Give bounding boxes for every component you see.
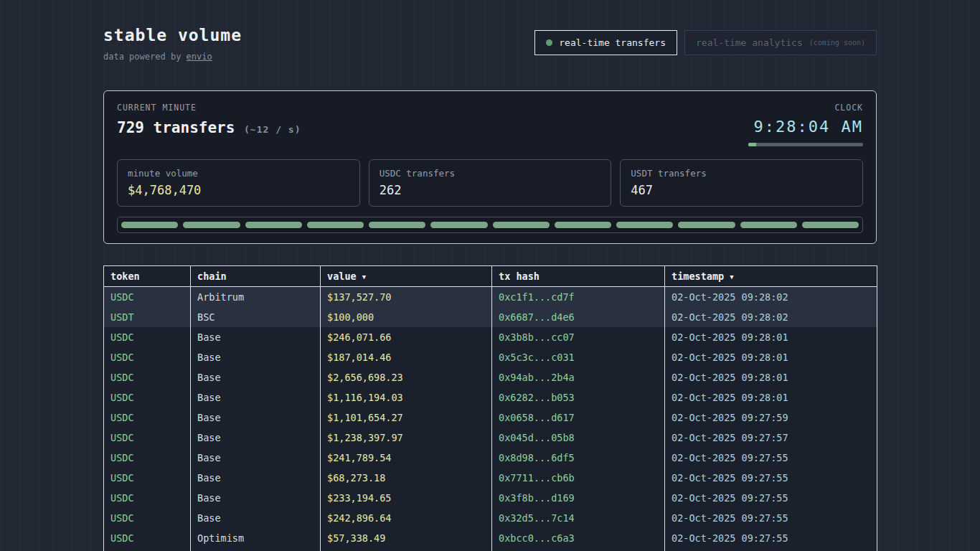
value-cell: $68,273.18 <box>321 468 492 488</box>
transfer-row: USDC Base $2,656,698.23 0x94ab...2b4a 02… <box>104 367 877 387</box>
current-minute-block: CURRENT MINUTE 729 transfers (~12 / s) <box>117 103 301 136</box>
chain-cell: Base <box>191 428 321 448</box>
tab-bar: real-time transfers real-time analytics … <box>534 30 877 55</box>
clock-time: 9:28:04 AM <box>748 118 863 136</box>
transfer-row: USDC Base $1,116,194.03 0x6282...b053 02… <box>104 387 877 408</box>
tx-hash-link[interactable]: 0x94ab...2b4a <box>492 367 665 387</box>
token-cell: USDC <box>104 528 191 548</box>
activity-segment <box>245 222 302 228</box>
tx-hash-link[interactable]: 0x6282...b053 <box>492 387 665 408</box>
activity-segment <box>121 222 178 228</box>
timestamp-cell: 02-Oct-2025 09:27:55 <box>665 528 877 548</box>
timestamp-cell: 02-Oct-2025 09:27:55 <box>665 508 877 528</box>
chain-cell: Base <box>191 327 321 347</box>
transfers-table: token chain value ▼ tx hash timestamp ▼ … <box>103 265 877 551</box>
tx-hash-link[interactable]: 0x6687...d4e6 <box>492 307 665 327</box>
value-cell: $57,338.49 <box>321 528 492 548</box>
tx-hash-link[interactable]: 0xbf75...3661 <box>492 548 665 551</box>
token-cell: USDC <box>104 287 191 307</box>
timestamp-cell: 02-Oct-2025 09:28:01 <box>665 367 877 387</box>
column-header-timestamp[interactable]: timestamp ▼ <box>665 266 877 287</box>
timestamp-cell: 02-Oct-2025 09:27:59 <box>665 408 877 428</box>
subtitle-prefix: data powered by <box>103 52 187 62</box>
value-cell: $246,071.66 <box>321 327 492 347</box>
transfer-row: USDC Base $241,789.54 0x8d98...6df5 02-O… <box>104 448 877 468</box>
column-header-token: token <box>104 266 191 287</box>
timestamp-cell: 02-Oct-2025 09:28:01 <box>665 387 877 408</box>
envio-link[interactable]: envio <box>187 52 212 62</box>
column-label: timestamp <box>672 270 724 282</box>
tx-hash-link[interactable]: 0x7711...cb6b <box>492 468 665 488</box>
tx-hash-link[interactable]: 0xbcc0...c6a3 <box>492 528 665 548</box>
transfer-row: USDC Base $68,273.18 0x7711...cb6b 02-Oc… <box>104 468 877 488</box>
chain-cell: Arbitrum <box>191 287 321 307</box>
subtitle: data powered by envio <box>103 52 242 62</box>
title-block: stable volume data powered by envio <box>103 26 242 62</box>
timestamp-cell: 02-Oct-2025 09:28:02 <box>665 307 877 327</box>
tab-realtime-transfers[interactable]: real-time transfers <box>534 30 677 55</box>
tx-hash-link[interactable]: 0x3b8b...cc07 <box>492 327 665 347</box>
transfer-row: USDC Base $242,896.64 0x32d5...7c14 02-O… <box>104 508 877 528</box>
timestamp-cell: 02-Oct-2025 09:27:57 <box>665 428 877 448</box>
transfer-count: 729 transfers <box>117 119 235 136</box>
sort-desc-icon: ▼ <box>362 273 366 281</box>
activity-segment <box>430 222 487 228</box>
page-container: stable volume data powered by envio real… <box>103 0 877 551</box>
token-cell: USDC <box>104 347 191 367</box>
activity-segment <box>802 222 859 228</box>
transfers-table-header: token chain value ▼ tx hash timestamp ▼ <box>104 266 877 287</box>
stat-label: minute volume <box>128 168 349 179</box>
tx-hash-link[interactable]: 0xc1f1...cd7f <box>492 287 665 307</box>
stat-box-minute-volume: minute volume $4,768,470 <box>117 159 360 207</box>
transfers-table-body: USDC Arbitrum $137,527.70 0xc1f1...cd7f … <box>104 287 877 551</box>
column-header-value[interactable]: value ▼ <box>321 266 492 287</box>
transfer-row: USDC Arbitrum $137,527.70 0xc1f1...cd7f … <box>104 287 877 307</box>
value-cell: $233,194.65 <box>321 488 492 508</box>
activity-segment-bar <box>117 217 863 233</box>
tx-hash-link[interactable]: 0x0658...d617 <box>492 408 665 428</box>
transfer-row: USDC Base $187,014.46 0x5c3c...c031 02-O… <box>104 347 877 367</box>
stat-value: $4,768,470 <box>128 183 349 197</box>
tx-hash-link[interactable]: 0x32d5...7c14 <box>492 508 665 528</box>
transfer-row: USDC Base $233,194.65 0xbf75...3661 02-O… <box>104 548 877 551</box>
value-cell: $137,527.70 <box>321 287 492 307</box>
activity-segment <box>678 222 735 228</box>
value-cell: $1,101,654.27 <box>321 408 492 428</box>
timestamp-cell: 02-Oct-2025 09:28:02 <box>665 287 877 307</box>
value-cell: $241,789.54 <box>321 448 492 468</box>
stat-value: 262 <box>380 183 601 197</box>
transfer-count-headline: 729 transfers (~12 / s) <box>117 119 301 136</box>
token-cell: USDC <box>104 468 191 488</box>
timestamp-cell: 02-Oct-2025 09:28:01 <box>665 327 877 347</box>
chain-cell: Base <box>191 548 321 551</box>
stat-label: USDT transfers <box>631 168 852 179</box>
token-cell: USDC <box>104 367 191 387</box>
column-label: token <box>110 270 140 282</box>
tx-hash-link[interactable]: 0x8d98...6df5 <box>492 448 665 468</box>
chain-cell: Base <box>191 508 321 528</box>
page-title: stable volume <box>103 26 242 44</box>
value-cell: $242,896.64 <box>321 508 492 528</box>
activity-segment <box>740 222 797 228</box>
tx-hash-link[interactable]: 0x045d...05b8 <box>492 428 665 448</box>
minute-progress-fill <box>748 143 756 146</box>
minute-progress-bar <box>748 143 863 146</box>
activity-segment <box>369 222 425 228</box>
transfer-row: USDC Base $233,194.65 0x3f8b...d169 02-O… <box>104 488 877 508</box>
tx-hash-link[interactable]: 0x5c3c...c031 <box>492 347 665 367</box>
chain-cell: Base <box>191 367 321 387</box>
stat-box-usdc-transfers: USDC transfers 262 <box>369 159 612 207</box>
transfer-row: USDT BSC $100,000 0x6687...d4e6 02-Oct-2… <box>104 307 877 327</box>
column-header-tx-hash: tx hash <box>492 266 665 287</box>
chain-cell: Base <box>191 408 321 428</box>
activity-segment <box>307 222 364 228</box>
chain-cell: Base <box>191 448 321 468</box>
tab-realtime-analytics[interactable]: real-time analytics (coming soon) <box>684 30 877 55</box>
token-cell: USDC <box>104 508 191 528</box>
chain-cell: Optimism <box>191 528 321 548</box>
sort-desc-icon: ▼ <box>730 273 733 281</box>
coming-soon-badge: (coming soon) <box>809 39 865 47</box>
timestamp-cell: 02-Oct-2025 09:27:53 <box>665 548 877 551</box>
transfer-row: USDC Optimism $57,338.49 0xbcc0...c6a3 0… <box>104 528 877 548</box>
tx-hash-link[interactable]: 0x3f8b...d169 <box>492 488 665 508</box>
